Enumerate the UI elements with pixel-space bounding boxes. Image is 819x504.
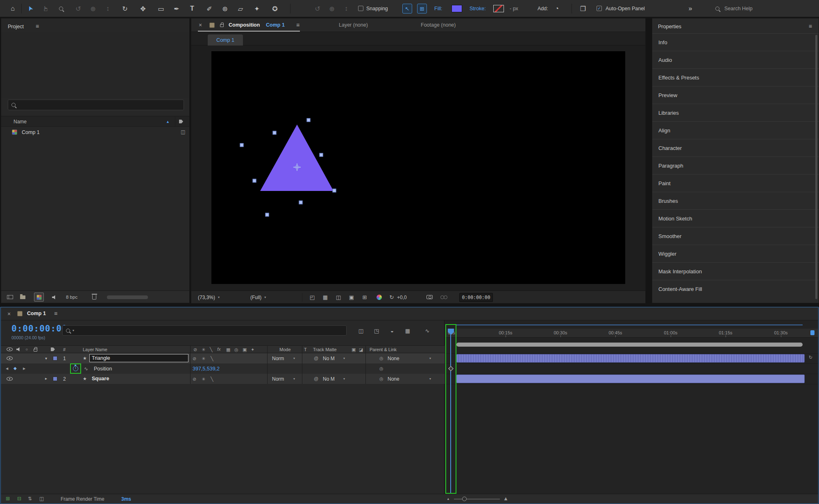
shy-toggle-icon[interactable]: ⊘ xyxy=(193,356,196,361)
zoom-out-mountain-icon[interactable]: ▲ xyxy=(447,497,450,501)
zoom-in-mountain-icon[interactable]: ▲ xyxy=(503,495,508,502)
camera-pan-icon[interactable]: ⊕ xyxy=(326,0,338,17)
lock-icon[interactable] xyxy=(220,24,224,27)
camera-dolly-icon[interactable]: ↕ xyxy=(340,0,352,17)
brush-tool-icon[interactable]: ✐ xyxy=(203,0,216,17)
resolution-dropdown[interactable]: (Full)▾ xyxy=(250,291,266,304)
transparency-grid-icon[interactable]: ⊞ xyxy=(359,291,370,304)
expand-chevron-icon[interactable]: ▾ xyxy=(45,356,47,361)
pan-camera-tool-icon[interactable]: ⊕ xyxy=(87,0,99,17)
parent-pickwhip-icon[interactable]: ◎ xyxy=(379,376,383,381)
search-icon[interactable] xyxy=(711,0,724,17)
draft-3d-icon[interactable]: ◳ xyxy=(371,326,382,335)
track-matte-dropdown[interactable]: No M▾ xyxy=(323,374,345,384)
t-column-header[interactable]: T xyxy=(304,347,307,352)
project-panel-title[interactable]: Project xyxy=(8,24,24,30)
adjustment-switch-icon[interactable]: ▣ xyxy=(243,347,247,352)
parent-pickwhip-icon[interactable]: ◎ xyxy=(379,356,383,361)
panel-item-libraries[interactable]: Libraries xyxy=(652,104,819,121)
selection-handle[interactable] xyxy=(253,179,256,183)
properties-panel-menu-icon[interactable]: ≡ xyxy=(809,23,812,30)
toggle-transfer-modes-icon[interactable]: ⊞ xyxy=(6,496,10,502)
panel-item-character[interactable]: Character xyxy=(652,139,819,157)
panel-item-smoother[interactable]: Smoother xyxy=(652,227,819,245)
property-label[interactable]: Position xyxy=(94,366,112,372)
collapse-chevron-icon[interactable]: ▸ xyxy=(45,376,47,381)
property-row-position[interactable]: ◀ ◆ ▶ ∿ Position 397,5,539,2 ◎ xyxy=(1,363,445,374)
eye-icon[interactable] xyxy=(7,377,13,381)
add-keyframe-icon[interactable]: ◆ xyxy=(14,366,17,370)
collapse-toggle-icon[interactable]: ✳ xyxy=(202,356,205,361)
show-snapshot-icon[interactable] xyxy=(440,295,447,299)
project-column-name[interactable]: Name xyxy=(14,119,27,125)
auto-open-panel-checkbox[interactable]: ✓ xyxy=(597,6,602,11)
panel-item-effects-presets[interactable]: Effects & Presets xyxy=(652,68,819,86)
parent-dropdown[interactable]: None▾ xyxy=(388,374,431,384)
project-item-comp1[interactable]: Comp 1 ◫ xyxy=(1,127,189,138)
toolbar-overflow-chevron[interactable]: » xyxy=(684,0,696,17)
lock-column-icon[interactable] xyxy=(34,349,37,352)
panel-item-preview[interactable]: Preview xyxy=(652,86,819,104)
layer-row-square[interactable]: ▸ 2 ★ Square ⊘ ✳ ╲ Norm▾ @ No M▾ ◎ None▾ xyxy=(1,374,445,384)
video-column-eye-icon[interactable] xyxy=(7,347,13,351)
shy-switch-icon[interactable]: ⊘ xyxy=(193,347,197,352)
project-panel-menu-icon[interactable]: ≡ xyxy=(36,23,39,30)
comp-marker-bin-icon[interactable] xyxy=(810,330,814,335)
interpret-footage-icon[interactable] xyxy=(7,295,13,299)
panel-item-wiggler[interactable]: Wiggler xyxy=(652,245,819,262)
layer-name-label[interactable]: Square xyxy=(92,376,109,381)
composition-viewport[interactable] xyxy=(211,51,625,284)
selection-handle[interactable] xyxy=(240,143,244,147)
index-column-header[interactable]: # xyxy=(63,347,66,352)
add-icon[interactable]: ◔ xyxy=(551,0,563,17)
layer-row-triangle[interactable]: ▾ 1 ★ Triangle ⊘ ✳ ╲ Norm▾ @ No M▾ ◎ Non… xyxy=(1,353,445,363)
toggle-mask-icon[interactable]: ◫ xyxy=(333,291,344,304)
label-column-icon[interactable] xyxy=(51,347,55,351)
panel-item-info[interactable]: Info xyxy=(652,33,819,51)
panel-toggle-icon[interactable]: ❐ xyxy=(577,0,589,17)
close-icon[interactable]: × xyxy=(199,22,202,28)
triangle-shape[interactable] xyxy=(260,125,333,191)
project-scrollbar[interactable] xyxy=(107,295,148,299)
new-composition-button[interactable] xyxy=(34,293,44,302)
current-time-display[interactable]: 0:00:00:00 xyxy=(11,324,67,334)
sort-ascending-icon[interactable]: ▲ xyxy=(166,120,170,124)
selection-handle[interactable] xyxy=(320,153,323,157)
collapse-toggle-icon[interactable]: ✳ xyxy=(202,377,205,382)
panel-item-content-aware-fill[interactable]: Content-Aware Fill xyxy=(652,280,819,297)
preview-time-display[interactable]: 0:00:00:00 xyxy=(459,293,493,302)
toggle-in-out-icon[interactable]: ⇅ xyxy=(28,496,32,502)
channel-color-icon[interactable] xyxy=(377,295,382,300)
position-value[interactable]: 397,5,539,2 xyxy=(193,366,220,372)
project-audio-icon[interactable] xyxy=(52,295,57,300)
layer-tab-label[interactable]: Layer (none) xyxy=(339,22,368,28)
grid-guides-icon[interactable]: ▦ xyxy=(320,291,331,304)
previous-keyframe-icon[interactable]: ◀ xyxy=(6,367,8,370)
snapshot-camera-icon[interactable] xyxy=(427,295,433,299)
timeline-tab-label[interactable]: Comp 1 xyxy=(27,311,46,316)
properties-scrollbar[interactable] xyxy=(815,35,817,299)
trash-icon[interactable] xyxy=(92,295,96,300)
selection-handle[interactable] xyxy=(265,213,269,217)
composition-tab-comp-name[interactable]: Comp 1 xyxy=(266,22,285,28)
panel-item-align[interactable]: Align xyxy=(652,121,819,139)
layer-duration-bar-square[interactable] xyxy=(456,375,805,383)
timeline-zoom-track[interactable] xyxy=(454,499,500,499)
parent-dropdown[interactable]: None▾ xyxy=(388,353,431,363)
dolly-camera-tool-icon[interactable]: ↕ xyxy=(102,0,114,17)
anchor-point-icon[interactable] xyxy=(294,164,300,170)
stroke-label[interactable]: Stroke: xyxy=(470,0,486,17)
magnification-dropdown[interactable]: (73,3%)▾ xyxy=(198,291,220,304)
region-of-interest-icon[interactable]: ▣ xyxy=(346,291,357,304)
snapping-checkbox[interactable] xyxy=(358,6,363,11)
orbit-camera-tool-icon[interactable]: ↺ xyxy=(72,0,84,17)
puppet-pin-tool-icon[interactable]: ✪ xyxy=(269,0,281,17)
panel-item-paint[interactable]: Paint xyxy=(652,174,819,192)
type-tool-icon[interactable]: T xyxy=(186,0,198,17)
quality-toggle-icon[interactable]: ╲ xyxy=(211,356,213,361)
label-color-swatch[interactable] xyxy=(53,377,57,381)
panel-item-paragraph[interactable]: Paragraph xyxy=(652,157,819,174)
stroke-color-swatch[interactable] xyxy=(493,5,504,12)
panel-item-mask-interpolation[interactable]: Mask Interpolation xyxy=(652,262,819,280)
footage-tab-label[interactable]: Footage (none) xyxy=(421,22,456,28)
